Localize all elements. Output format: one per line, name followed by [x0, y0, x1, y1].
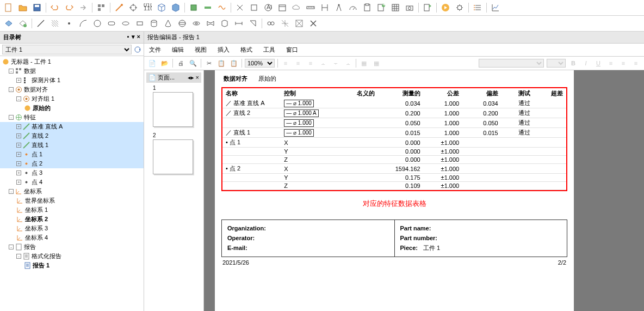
tree-point4[interactable]: +点 4: [0, 178, 144, 187]
gear-icon[interactable]: [454, 2, 465, 13]
f-misc1-icon[interactable]: [265, 18, 276, 29]
collection-icon[interactable]: [96, 2, 107, 13]
forward-icon[interactable]: [78, 2, 89, 13]
tree-data[interactable]: -数据: [0, 66, 144, 76]
menu-edit[interactable]: 编辑: [170, 45, 185, 54]
binary-icon[interactable]: 010110: [142, 2, 153, 13]
camera-icon[interactable]: [404, 2, 415, 13]
tool1-icon[interactable]: [234, 2, 245, 13]
text-left-icon[interactable]: ≡: [606, 58, 616, 68]
f-icon-2[interactable]: [17, 18, 28, 29]
probe-icon[interactable]: [114, 2, 125, 13]
f-misc2-icon[interactable]: [280, 18, 290, 29]
text-center-icon[interactable]: ≡: [618, 58, 628, 68]
f-ellipse-icon[interactable]: [120, 18, 131, 29]
menu-format[interactable]: 格式: [239, 45, 254, 54]
f-cross-icon[interactable]: [308, 18, 319, 29]
font-select[interactable]: [479, 59, 544, 68]
copy-icon[interactable]: 📋: [216, 58, 226, 68]
tree-point2[interactable]: +点 2: [0, 159, 144, 168]
tree-cs2[interactable]: 坐标系 2: [0, 215, 144, 224]
f-arc-icon[interactable]: [78, 18, 89, 29]
new-doc-icon[interactable]: 📄: [147, 58, 157, 68]
cloud-icon[interactable]: [291, 2, 302, 13]
undo-icon[interactable]: [49, 2, 60, 13]
wave-icon[interactable]: [216, 2, 227, 13]
bring-front-icon[interactable]: ▦: [359, 58, 369, 68]
pin-icon[interactable]: ▪: [127, 33, 129, 41]
print-icon[interactable]: 🖨: [176, 58, 185, 68]
tree-datum-a[interactable]: +基准 直线 A: [0, 122, 144, 131]
text-right-icon[interactable]: ≡: [631, 58, 641, 68]
tree-align[interactable]: -数据对齐: [0, 85, 144, 94]
tree-cs3[interactable]: 坐标系 3: [0, 224, 144, 233]
align-top-icon[interactable]: ⫠: [318, 58, 328, 68]
menu-view[interactable]: 视图: [193, 45, 208, 54]
tree-align-group[interactable]: -对齐组 1: [0, 94, 144, 103]
compass-icon[interactable]: [333, 2, 344, 13]
redo-icon[interactable]: [64, 2, 75, 13]
align-center-icon[interactable]: ≡: [293, 58, 303, 68]
tree-probe[interactable]: +探测片体 1: [0, 76, 144, 85]
italic-icon[interactable]: I: [581, 58, 591, 68]
play-icon[interactable]: [440, 2, 451, 13]
refresh-icon[interactable]: [134, 46, 141, 53]
tree-line2[interactable]: +直线 2: [0, 131, 144, 141]
align-mid-icon[interactable]: ⫟: [331, 58, 340, 68]
document-area[interactable]: 数据对齐原始的 名称 控制 名义的 测量的 公差 偏差 测试: [204, 70, 644, 311]
new-icon[interactable]: [3, 2, 14, 13]
f-sphere-icon[interactable]: [177, 18, 188, 29]
f-misc3-icon[interactable]: [294, 18, 305, 29]
caliper-icon[interactable]: [319, 2, 330, 13]
tree-fmt-report[interactable]: -格式化报告: [0, 252, 144, 261]
f-grid-icon[interactable]: [49, 18, 60, 29]
menu-insert[interactable]: 插入: [216, 45, 231, 54]
tree-view[interactable]: 无标题 - 工件 1 -数据 +探测片体 1 -数据对齐 -对齐组 1 原始的 …: [0, 56, 144, 311]
f-surface-icon[interactable]: [205, 18, 216, 29]
tree-report1[interactable]: 报告 1: [0, 261, 144, 270]
f-icon-1[interactable]: [3, 18, 14, 29]
ruler-icon[interactable]: [305, 2, 316, 13]
tree-original[interactable]: 原始的: [0, 103, 144, 113]
tree-coord[interactable]: -坐标系: [0, 187, 144, 196]
f-cylinder-icon[interactable]: [148, 18, 159, 29]
tree-report[interactable]: -报告: [0, 242, 144, 252]
f-rect-icon[interactable]: [134, 18, 145, 29]
dropdown-icon[interactable]: ▾: [132, 33, 135, 41]
gauge-icon[interactable]: [348, 2, 358, 13]
workpiece-selector[interactable]: 工件 1: [2, 45, 132, 54]
f-torus-icon[interactable]: [191, 18, 202, 29]
f-line-icon[interactable]: [35, 18, 46, 29]
bold-icon[interactable]: B: [568, 58, 578, 68]
tree-root[interactable]: 无标题 - 工件 1: [0, 57, 144, 66]
zoom-select[interactable]: 100%: [245, 59, 275, 68]
font-size-select[interactable]: [547, 59, 566, 68]
tree-cs1[interactable]: 坐标系 1: [0, 205, 144, 215]
underline-icon[interactable]: U: [593, 58, 603, 68]
chart-icon[interactable]: [490, 2, 501, 13]
open-doc-icon[interactable]: 📂: [160, 58, 170, 68]
preview-icon[interactable]: 🔍: [188, 58, 198, 68]
close-icon[interactable]: ×: [137, 33, 140, 41]
tree-features[interactable]: -特征: [0, 113, 144, 122]
target-icon[interactable]: [128, 2, 139, 13]
save-icon[interactable]: [32, 2, 42, 13]
f-dim1-icon[interactable]: [233, 18, 244, 29]
f-circle-icon[interactable]: [92, 18, 103, 29]
menu-tool[interactable]: 工具: [262, 45, 277, 54]
menu-window[interactable]: 窗口: [284, 45, 300, 54]
cut-icon[interactable]: ✂: [204, 58, 214, 68]
tool2-icon[interactable]: [249, 2, 259, 13]
f-slot-icon[interactable]: [106, 18, 117, 29]
align-left-icon[interactable]: ≡: [281, 58, 290, 68]
shape1-icon[interactable]: [188, 2, 199, 13]
align-right-icon[interactable]: ≡: [306, 58, 315, 68]
paste-icon[interactable]: 📋: [229, 58, 239, 68]
f-dim2-icon[interactable]: [247, 18, 258, 29]
clipboard-icon[interactable]: [362, 2, 373, 13]
f-cone-icon[interactable]: [163, 18, 174, 29]
tool3-icon[interactable]: AI: [263, 2, 274, 13]
cube-icon[interactable]: [156, 2, 167, 13]
shape2-icon[interactable]: [202, 2, 213, 13]
list-icon[interactable]: [472, 2, 483, 13]
